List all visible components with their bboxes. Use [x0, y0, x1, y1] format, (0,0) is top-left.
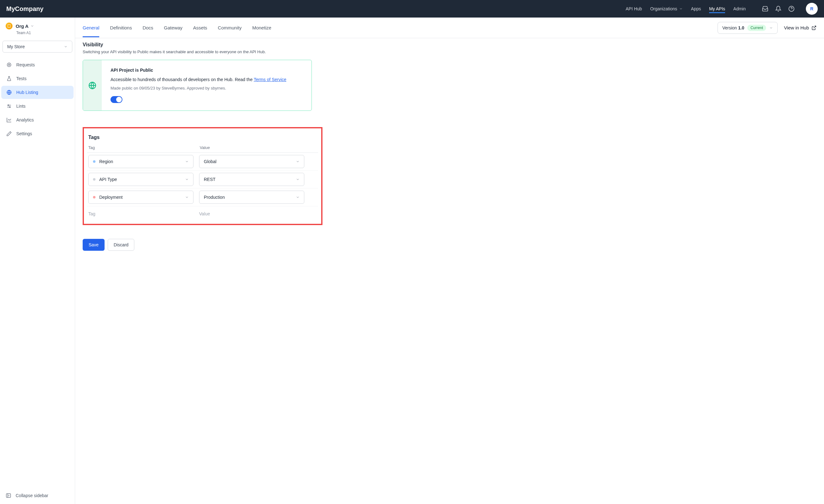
tags-header-value: Value — [194, 145, 317, 150]
version-selector[interactable]: Version 1.0 Current — [718, 22, 778, 34]
chevron-down-icon — [679, 7, 683, 11]
help-icon[interactable] — [788, 6, 795, 12]
nav-apps[interactable]: Apps — [691, 4, 701, 13]
chevron-down-icon — [185, 195, 189, 199]
tag-color-dot — [93, 160, 96, 163]
inbox-icon[interactable] — [762, 6, 768, 12]
tab-gateway[interactable]: Gateway — [164, 18, 183, 37]
visibility-title: Visibility — [83, 42, 817, 47]
top-icons — [762, 6, 795, 12]
current-chip: Current — [747, 25, 766, 31]
avatar[interactable]: R — [806, 3, 818, 15]
collapse-icon — [6, 493, 11, 498]
empty-value-placeholder: Value — [199, 211, 210, 216]
tag-name-select[interactable]: API Type — [88, 173, 194, 186]
tag-color-dot — [93, 196, 96, 198]
tab-general[interactable]: General — [83, 18, 99, 37]
tags-title: Tags — [87, 133, 318, 145]
bell-icon[interactable] — [775, 6, 782, 12]
chart-icon — [6, 117, 12, 123]
tag-value-select[interactable]: REST — [199, 173, 304, 186]
tag-value-label: REST — [204, 177, 215, 182]
terms-of-service-link[interactable]: Terms of Service — [253, 77, 286, 82]
svg-point-6 — [8, 64, 10, 66]
chevron-down-icon — [296, 195, 300, 199]
target-icon — [6, 62, 12, 68]
view-in-hub-label: View in Hub — [784, 25, 809, 30]
sidebar-item-label: Settings — [16, 131, 32, 136]
visibility-card: API Project is Public Accessible to hund… — [83, 60, 312, 111]
org-avatar-icon — [6, 22, 12, 29]
tag-value-label: Global — [204, 159, 216, 164]
org-name-label: Org A — [16, 23, 28, 29]
sidebar-item-hub-listing[interactable]: Hub Listing — [1, 86, 74, 99]
tab-definitions[interactable]: Definitions — [110, 18, 132, 37]
chevron-down-icon — [769, 26, 773, 30]
chevron-down-icon — [296, 178, 300, 181]
visibility-body: API Project is Public Accessible to hund… — [102, 60, 295, 110]
collapse-sidebar[interactable]: Collapse sidebar — [0, 487, 75, 504]
globe-icon — [6, 90, 12, 95]
visibility-meta: Made public on 09/05/23 by SteveByrnes. … — [110, 86, 287, 91]
sliders-icon — [6, 103, 12, 109]
tag-row: Region Global — [87, 153, 318, 171]
tab-docs[interactable]: Docs — [142, 18, 153, 37]
sidebar-item-label: Lints — [16, 104, 26, 109]
topbar: MyCompany API Hub Organizations Apps My … — [0, 0, 824, 17]
top-nav: API Hub Organizations Apps My APIs Admin… — [626, 3, 818, 15]
sidebar-item-label: Analytics — [16, 117, 34, 122]
chevron-down-icon — [185, 178, 189, 181]
tag-name-label: Region — [99, 159, 113, 164]
tab-assets[interactable]: Assets — [193, 18, 207, 37]
version-prefix: Version — [722, 25, 738, 30]
org-team: Team A1 — [0, 31, 75, 35]
sidebar-item-requests[interactable]: Requests — [1, 58, 74, 71]
tabs: General Definitions Docs Gateway Assets … — [83, 18, 272, 37]
sidebar-item-label: Requests — [16, 62, 35, 67]
svg-line-15 — [814, 26, 816, 28]
tab-monetize[interactable]: Monetize — [252, 18, 272, 37]
tags-header-tag: Tag — [88, 145, 194, 150]
version-number: 1.0 — [738, 25, 744, 30]
tag-empty-row[interactable]: Tag Value — [87, 206, 318, 218]
save-button[interactable]: Save — [83, 239, 105, 251]
sidebar-item-tests[interactable]: Tests — [1, 72, 74, 85]
tag-value-select[interactable]: Production — [199, 191, 304, 204]
tag-name-select[interactable]: Region — [88, 155, 194, 168]
tag-name-select[interactable]: Deployment — [88, 191, 194, 204]
sidebar-item-label: Tests — [16, 76, 27, 81]
tag-row: API Type REST — [87, 171, 318, 188]
store-dropdown-label: My Store — [7, 44, 25, 49]
nav-organizations[interactable]: Organizations — [650, 4, 683, 13]
pencil-icon — [6, 131, 12, 136]
view-in-hub-link[interactable]: View in Hub — [784, 25, 817, 30]
visibility-stripe — [83, 60, 102, 110]
chevron-down-icon — [64, 45, 68, 48]
nav-admin[interactable]: Admin — [733, 4, 746, 13]
tag-value-select[interactable]: Global — [199, 155, 304, 168]
org-switcher[interactable]: Org A — [0, 17, 75, 32]
tab-community[interactable]: Community — [218, 18, 242, 37]
sidebar-item-analytics[interactable]: Analytics — [1, 113, 74, 126]
svg-rect-2 — [8, 25, 10, 27]
tag-row: Deployment Production — [87, 188, 318, 206]
globe-icon — [88, 81, 97, 90]
store-dropdown[interactable]: My Store — [2, 41, 72, 53]
nav-my-apis[interactable]: My APIs — [709, 4, 725, 13]
tag-name-label: API Type — [99, 177, 117, 182]
discard-button[interactable]: Discard — [108, 239, 134, 251]
store-selector: My Store — [1, 41, 74, 53]
brand-logo: MyCompany — [6, 5, 43, 12]
sidebar-item-lints[interactable]: Lints — [1, 100, 74, 113]
tags-section: Tags Tag Value Region Global — [83, 127, 322, 225]
chevron-down-icon — [30, 24, 34, 28]
nav-api-hub[interactable]: API Hub — [626, 4, 642, 13]
sidebar: Org A Team A1 My Store Requests Tests Hu… — [0, 17, 75, 504]
svg-point-5 — [7, 63, 11, 67]
tags-header: Tag Value — [87, 145, 318, 153]
footer-buttons: Save Discard — [75, 232, 824, 257]
org-name: Org A — [16, 23, 34, 29]
sidebar-item-settings[interactable]: Settings — [1, 127, 74, 140]
tag-value-label: Production — [204, 195, 225, 200]
public-toggle[interactable] — [110, 96, 122, 103]
